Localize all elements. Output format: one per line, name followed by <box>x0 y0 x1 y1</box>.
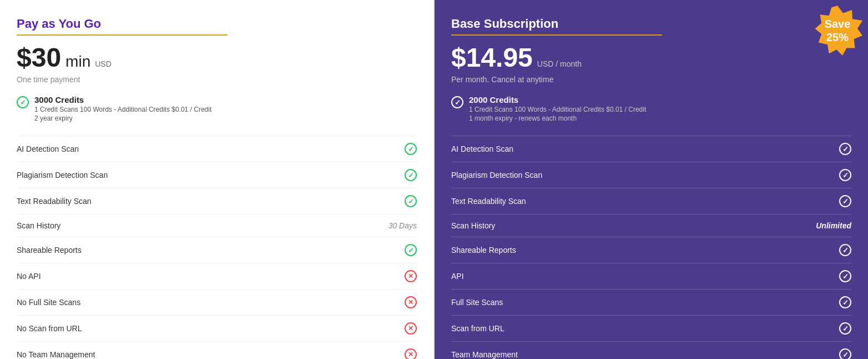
left-plan-title: Pay as You Go <box>17 17 417 31</box>
x-icon <box>405 322 417 335</box>
left-feature-row: No Team Management <box>17 341 417 359</box>
left-feature-label: No Team Management <box>17 350 95 359</box>
right-plan-title: Base Subscription <box>451 17 851 31</box>
right-credits-check-icon <box>451 96 463 108</box>
right-feature-row: Text Readability Scan <box>451 188 851 214</box>
left-price-min: min <box>65 53 90 71</box>
right-feature-row: Scan from URL <box>451 315 851 341</box>
right-feature-value-text: Unlimited <box>816 221 851 230</box>
left-panel: Pay as You Go $30 min USD One time payme… <box>0 0 435 359</box>
right-feature-label: Scan from URL <box>451 324 504 333</box>
x-icon <box>405 348 417 359</box>
left-feature-row: Shareable Reports <box>17 237 417 263</box>
left-feature-label: AI Detection Scan <box>17 144 79 153</box>
right-feature-label: Full Site Scans <box>451 298 503 307</box>
left-feature-row: No Full Site Scans <box>17 289 417 315</box>
right-feature-label: Plagiarism Detection Scan <box>451 171 542 180</box>
right-feature-label: AI Detection Scan <box>451 144 513 153</box>
left-credits-detail2: 2 year expiry <box>34 114 211 122</box>
right-feature-label: Scan History <box>451 221 495 230</box>
left-feature-label: Scan History <box>17 221 60 230</box>
left-price-amount: $30 <box>17 42 61 73</box>
right-feature-row: Plagiarism Detection Scan <box>451 162 851 188</box>
right-feature-label: API <box>451 272 464 281</box>
left-feature-row: No API <box>17 263 417 289</box>
left-title-underline <box>17 34 228 36</box>
check-icon <box>405 195 417 207</box>
check-icon <box>405 143 417 155</box>
feature-value-text: 30 Days <box>388 221 417 230</box>
save-badge-text: Save25% <box>825 17 851 44</box>
right-price-amount: $14.95 <box>451 42 533 73</box>
right-title-underline <box>451 34 662 36</box>
check-icon <box>839 195 851 207</box>
right-panel: Save25% Base Subscription $14.95 USD / m… <box>435 0 868 359</box>
check-icon <box>839 348 851 359</box>
left-feature-label: Shareable Reports <box>17 246 82 255</box>
left-credits-block: 3000 Credits 1 Credit Scans 100 Words - … <box>17 95 417 122</box>
right-credits-detail2: 1 month expiry - renews each month <box>469 114 646 122</box>
left-credits-amount: 3000 Credits <box>34 95 211 104</box>
right-feature-row: AI Detection Scan <box>451 136 851 162</box>
right-feature-label: Shareable Reports <box>451 246 516 255</box>
right-feature-label: Text Readability Scan <box>451 197 526 206</box>
right-credits-block: 2000 Credits 1 Credit Scans 100 Words - … <box>451 95 851 122</box>
right-credits-amount: 2000 Credits <box>469 95 646 104</box>
check-icon <box>839 296 851 308</box>
right-credits-detail1: 1 Credit Scans 100 Words - Additional Cr… <box>469 106 646 113</box>
check-icon <box>405 244 417 256</box>
left-credits-text: 3000 Credits 1 Credit Scans 100 Words - … <box>34 95 211 122</box>
left-feature-label: No API <box>17 272 41 281</box>
right-features-list: AI Detection ScanPlagiarism Detection Sc… <box>451 136 851 359</box>
left-feature-label: No Full Site Scans <box>17 298 80 307</box>
left-price-currency: USD <box>95 59 112 68</box>
left-price-row: $30 min USD <box>17 42 417 73</box>
left-feature-row: No Scan from URL <box>17 315 417 341</box>
right-feature-label: Team Management <box>451 350 518 359</box>
left-feature-label: Text Readability Scan <box>17 197 92 206</box>
right-price-currency: USD / month <box>537 59 582 68</box>
right-feature-row: Full Site Scans <box>451 289 851 315</box>
x-icon <box>405 296 417 308</box>
right-feature-row: Shareable Reports <box>451 237 851 263</box>
right-price-subtitle: Per month. Cancel at anytime <box>451 75 851 84</box>
left-feature-label: No Scan from URL <box>17 324 82 333</box>
left-credits-detail1: 1 Credit Scans 100 Words - Additional Cr… <box>34 106 211 113</box>
x-icon <box>405 270 417 282</box>
left-credits-check-icon <box>17 96 29 108</box>
right-feature-row: API <box>451 263 851 289</box>
check-icon <box>839 244 851 256</box>
left-feature-row: Scan History30 Days <box>17 214 417 237</box>
right-credits-text: 2000 Credits 1 Credit Scans 100 Words - … <box>469 95 646 122</box>
left-feature-label: Plagiarism Detection Scan <box>17 171 108 180</box>
left-feature-row: Text Readability Scan <box>17 188 417 214</box>
check-icon <box>839 270 851 282</box>
left-feature-row: Plagiarism Detection Scan <box>17 162 417 188</box>
check-icon <box>839 143 851 155</box>
left-features-list: AI Detection ScanPlagiarism Detection Sc… <box>17 136 417 359</box>
right-price-row: $14.95 USD / month <box>451 42 851 73</box>
left-feature-row: AI Detection Scan <box>17 136 417 162</box>
left-price-subtitle: One time payment <box>17 75 417 84</box>
check-icon <box>839 322 851 335</box>
check-icon <box>405 169 417 181</box>
right-feature-row: Team Management <box>451 341 851 359</box>
right-feature-row: Scan HistoryUnlimited <box>451 214 851 237</box>
check-icon <box>839 169 851 181</box>
